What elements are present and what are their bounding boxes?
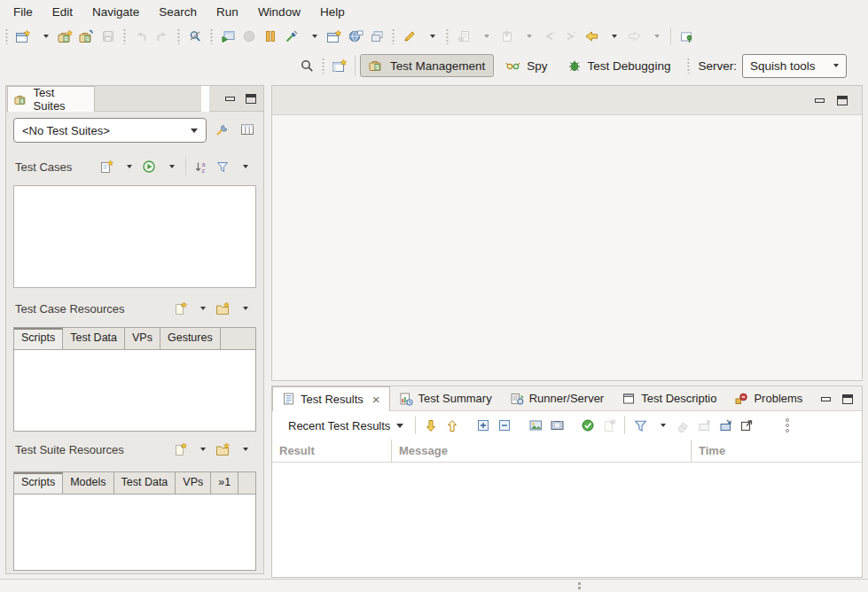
test-suite-resources-list[interactable] xyxy=(13,495,256,571)
open-external-button[interactable] xyxy=(736,414,757,437)
recent-results-dropdown[interactable]: Recent Test Results xyxy=(281,416,411,436)
perspective-spy[interactable]: Spy xyxy=(497,55,555,76)
new-folder-dropdown[interactable] xyxy=(233,438,254,461)
toolbar-grip[interactable] xyxy=(322,58,325,74)
picker-dropdown[interactable] xyxy=(302,25,324,48)
annotate-button[interactable] xyxy=(399,25,420,48)
verify-results-button[interactable] xyxy=(577,414,598,437)
tab-test-suites[interactable]: Test Suites xyxy=(7,86,95,112)
filter-dropdown[interactable] xyxy=(233,155,254,178)
picker-button[interactable] xyxy=(281,25,302,48)
new-folder-button[interactable] xyxy=(212,297,233,320)
minimize-button[interactable] xyxy=(225,97,235,101)
back-button[interactable] xyxy=(581,25,602,48)
tab-gestures[interactable]: Gestures xyxy=(160,328,221,349)
maximize-button[interactable] xyxy=(837,96,848,105)
toolbar-grip[interactable] xyxy=(392,28,395,44)
checkin-button[interactable] xyxy=(453,25,474,48)
test-case-resources-list[interactable] xyxy=(13,350,256,432)
run-test-button[interactable] xyxy=(138,155,160,178)
save-button[interactable] xyxy=(98,25,119,48)
toolbar-grip[interactable] xyxy=(123,28,126,44)
new-test-case-dropdown[interactable] xyxy=(117,155,138,178)
menu-navigate[interactable]: Navigate xyxy=(82,2,149,22)
columns-button[interactable] xyxy=(239,121,255,137)
checkout-dropdown[interactable] xyxy=(517,25,538,48)
filter-results-button[interactable] xyxy=(629,414,651,437)
maximize-button[interactable] xyxy=(842,394,853,404)
sort-button[interactable]: az xyxy=(191,155,212,178)
new-test-case-button[interactable] xyxy=(96,155,117,178)
tab-test-summary[interactable]: Test Summary xyxy=(390,386,501,411)
tab-vps[interactable]: VPs xyxy=(176,472,211,494)
show-screenshots-button[interactable] xyxy=(525,414,546,437)
view-sash[interactable] xyxy=(201,86,209,112)
open-perspective-button[interactable] xyxy=(329,54,350,77)
clear-results-button[interactable] xyxy=(672,414,693,437)
new-file-button[interactable] xyxy=(169,438,191,461)
pin-editor-button[interactable] xyxy=(676,25,697,48)
new-wizard-dropdown[interactable] xyxy=(34,25,55,48)
tab-test-data[interactable]: Test Data xyxy=(63,328,125,349)
view-menu-button[interactable] xyxy=(777,414,798,437)
menu-file[interactable]: File xyxy=(4,2,43,22)
undo-button[interactable] xyxy=(130,25,152,48)
tab-overflow[interactable]: »1 xyxy=(211,472,239,494)
checkin-dropdown[interactable] xyxy=(474,25,496,48)
new-test-suite-button[interactable] xyxy=(55,25,76,48)
tab-test-description[interactable]: Test Descriptio xyxy=(613,386,725,411)
toolbar-grip[interactable] xyxy=(177,28,180,44)
launch-aut-button[interactable] xyxy=(217,25,239,48)
menu-edit[interactable]: Edit xyxy=(43,2,82,22)
perspective-test-debugging[interactable]: Test Debugging xyxy=(559,55,679,76)
toolbar-grip[interactable] xyxy=(687,58,690,74)
last-edit-back-button[interactable] xyxy=(538,25,559,48)
object-map-button[interactable] xyxy=(184,25,206,48)
column-time[interactable]: Time xyxy=(691,440,862,462)
previous-result-button[interactable] xyxy=(442,414,463,437)
filter-results-dropdown[interactable] xyxy=(651,414,672,437)
test-cases-list[interactable] xyxy=(13,185,256,288)
run-test-dropdown[interactable] xyxy=(160,155,181,178)
export-report-button[interactable] xyxy=(693,414,715,437)
results-table-body[interactable] xyxy=(272,463,862,577)
perspective-test-management[interactable]: Test Management xyxy=(360,54,494,77)
suite-settings-button[interactable] xyxy=(215,121,231,137)
expand-all-button[interactable] xyxy=(473,414,494,437)
column-message[interactable]: Message xyxy=(391,440,691,462)
pause-button[interactable] xyxy=(260,25,281,48)
tab-test-results[interactable]: Test Results × xyxy=(272,386,390,411)
tab-scripts[interactable]: Scripts xyxy=(14,328,63,349)
test-suite-selector[interactable]: <No Test Suites> xyxy=(13,118,207,143)
new-file-dropdown[interactable] xyxy=(191,297,212,320)
annotate-dropdown[interactable] xyxy=(420,25,442,48)
column-result[interactable]: Result xyxy=(272,440,391,462)
menu-help[interactable]: Help xyxy=(310,2,355,22)
tab-problems[interactable]: Problems xyxy=(725,386,811,411)
tab-scripts[interactable]: Scripts xyxy=(14,472,63,494)
record-button[interactable] xyxy=(239,25,260,48)
new-test-case-button[interactable] xyxy=(76,25,98,48)
server-select[interactable]: Squish tools xyxy=(742,54,847,78)
filter-button[interactable] xyxy=(212,155,233,178)
forward-button[interactable] xyxy=(623,25,645,48)
checkout-button[interactable] xyxy=(496,25,517,48)
tab-vps[interactable]: VPs xyxy=(125,328,160,349)
last-edit-forward-button[interactable] xyxy=(559,25,581,48)
splitter-handle-icon[interactable] xyxy=(578,582,581,589)
new-editor-button[interactable] xyxy=(324,25,345,48)
maximize-button[interactable] xyxy=(246,94,256,104)
redo-button[interactable] xyxy=(152,25,173,48)
toolbar-grip[interactable] xyxy=(5,28,8,44)
new-report-button[interactable] xyxy=(598,414,620,437)
search-button[interactable] xyxy=(296,54,317,77)
minimize-button[interactable] xyxy=(815,98,825,103)
forward-dropdown[interactable] xyxy=(645,25,666,48)
toolbar-grip[interactable] xyxy=(446,28,449,44)
collapse-all-button[interactable] xyxy=(494,414,515,437)
new-file-dropdown[interactable] xyxy=(191,438,212,461)
show-video-button[interactable] xyxy=(546,414,567,437)
menu-search[interactable]: Search xyxy=(149,2,207,22)
next-result-button[interactable] xyxy=(420,414,442,437)
open-browser-button[interactable] xyxy=(345,25,366,48)
